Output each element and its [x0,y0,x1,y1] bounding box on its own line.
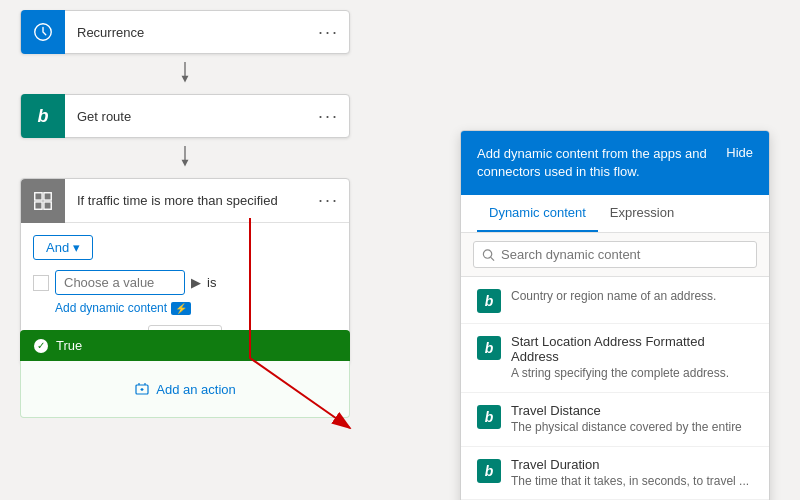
item-title: Travel Distance [511,403,753,418]
item-bing-icon: b [477,336,501,360]
search-input[interactable] [501,247,748,262]
add-action-icon [134,381,150,397]
recurrence-title: Recurrence [65,25,308,40]
add-dynamic-link[interactable]: Add dynamic content ⚡ [55,301,337,315]
item-content: Start Location Address Formatted Address… [511,334,753,382]
get-route-menu[interactable]: ··· [308,106,349,127]
condition-icon [21,179,65,223]
item-desc: The time that it takes, in seconds, to t… [511,474,753,490]
svg-rect-8 [44,201,51,208]
arrow-indicator: ▶ [191,275,201,290]
true-label: True [56,338,82,353]
checkbox[interactable] [33,275,49,291]
flow-area: Recurrence ··· b Get route ··· [20,10,350,365]
panel-header-text: Add dynamic content from the apps and co… [477,145,716,181]
and-button[interactable]: And ▾ [33,235,93,260]
panel-tabs: Dynamic content Expression [461,195,769,233]
panel-items: b Country or region name of an address. … [461,277,769,500]
item-desc: The physical distance covered by the ent… [511,420,753,436]
condition-header: If traffic time is more than specified ·… [21,179,349,223]
add-action-button[interactable]: Add an action [134,381,236,397]
recurrence-node[interactable]: Recurrence ··· [20,10,350,54]
add-action-label: Add an action [156,382,236,397]
item-bing-icon: b [477,459,501,483]
panel-search [461,233,769,277]
true-body: Add an action [20,361,350,418]
svg-rect-7 [35,201,42,208]
list-item[interactable]: b Country or region name of an address. [461,277,769,324]
item-content: Travel Distance The physical distance co… [511,403,753,436]
item-bing-icon: b [477,289,501,313]
item-content: Country or region name of an address. [511,287,753,305]
arrow-1 [20,54,350,94]
dynamic-panel: Add dynamic content from the apps and co… [460,130,770,500]
panel-header: Add dynamic content from the apps and co… [461,131,769,195]
true-block: True Add an action [20,330,350,418]
main-canvas: Recurrence ··· b Get route ··· [0,0,800,500]
recurrence-icon [21,10,65,54]
true-header: True [20,330,350,361]
search-box [473,241,757,268]
search-icon [482,248,495,262]
item-title: Start Location Address Formatted Address [511,334,753,364]
item-bing-icon: b [477,405,501,429]
condition-title: If traffic time is more than specified [65,193,308,208]
svg-marker-2 [182,76,189,83]
item-content: Travel Duration The time that it takes, … [511,457,753,490]
choose-value-input[interactable] [55,270,185,295]
choose-value-row: ▶ is [33,270,337,295]
item-title: Travel Duration [511,457,753,472]
tab-dynamic-content[interactable]: Dynamic content [477,195,598,232]
svg-rect-6 [44,192,51,199]
item-desc: A string specifying the complete address… [511,366,753,382]
arrow-2 [20,138,350,178]
get-route-title: Get route [65,109,308,124]
list-item[interactable]: b Travel Distance The physical distance … [461,393,769,447]
condition-menu[interactable]: ··· [308,190,349,211]
svg-marker-4 [182,160,189,167]
lightning-badge: ⚡ [171,302,191,315]
svg-line-15 [491,257,494,260]
tab-expression[interactable]: Expression [598,195,686,232]
is-label: is [207,275,216,290]
get-route-node[interactable]: b Get route ··· [20,94,350,138]
list-item[interactable]: b Start Location Address Formatted Addre… [461,324,769,393]
item-desc: Country or region name of an address. [511,289,753,305]
get-route-icon: b [21,94,65,138]
true-checkmark [34,339,48,353]
list-item[interactable]: b Travel Duration The time that it takes… [461,447,769,500]
svg-rect-5 [35,192,42,199]
recurrence-menu[interactable]: ··· [308,22,349,43]
hide-link[interactable]: Hide [726,145,753,160]
svg-point-14 [483,250,491,258]
